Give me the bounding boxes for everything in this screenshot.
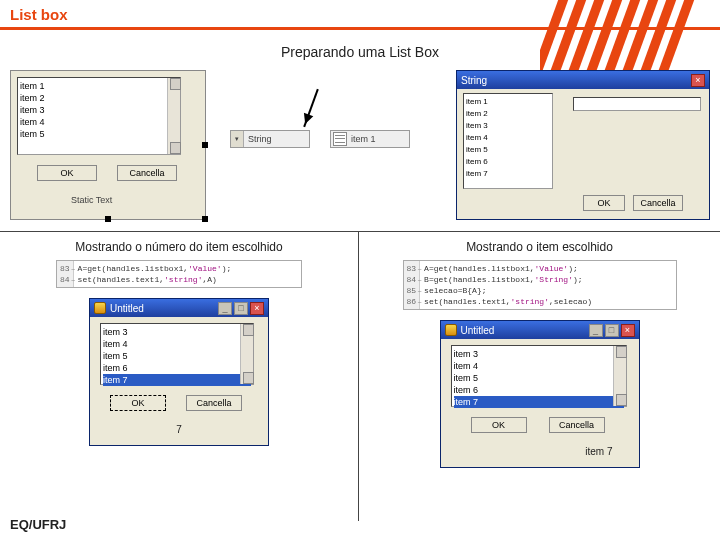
maximize-icon[interactable]: □ bbox=[234, 302, 248, 315]
list-icon[interactable] bbox=[333, 132, 347, 146]
slide-header: List box bbox=[0, 0, 720, 30]
chevron-down-icon[interactable]: ▾ bbox=[231, 131, 244, 147]
list-item[interactable]: item 2 bbox=[466, 108, 550, 120]
app-icon bbox=[445, 324, 457, 336]
close-icon[interactable]: × bbox=[250, 302, 264, 315]
titlebar[interactable]: Untitled _ □ × bbox=[90, 299, 268, 317]
scrollbar[interactable] bbox=[167, 78, 180, 154]
cancel-button[interactable]: Cancella bbox=[117, 165, 177, 181]
arrow-annotation bbox=[303, 89, 319, 127]
resize-handle[interactable] bbox=[202, 216, 208, 222]
row-preparing: item 1 item 2 item 3 item 4 item 5 OK Ca… bbox=[0, 70, 720, 225]
property-value: item 1 bbox=[347, 134, 409, 144]
list-item[interactable]: item 3 bbox=[103, 326, 251, 338]
list-item[interactable]: item 5 bbox=[103, 350, 251, 362]
runtime-window-right: Untitled _ □ × item 3 item 4 item 5 item… bbox=[440, 320, 640, 468]
page-title: List box bbox=[0, 0, 720, 23]
list-item[interactable]: item 3 bbox=[466, 120, 550, 132]
ok-button[interactable]: OK bbox=[110, 395, 166, 411]
cancel-button[interactable]: Cancella bbox=[549, 417, 605, 433]
string-list[interactable]: item 1 item 2 item 3 item 4 item 5 item … bbox=[463, 93, 553, 189]
ok-button[interactable]: OK bbox=[471, 417, 527, 433]
property-label: String bbox=[244, 134, 309, 144]
dialog-editor-preview: item 1 item 2 item 3 item 4 item 5 OK Ca… bbox=[10, 70, 206, 220]
listbox[interactable]: item 3 item 4 item 5 item 6 item 7 bbox=[451, 345, 627, 407]
cancel-button[interactable]: Cancella bbox=[186, 395, 242, 411]
list-item[interactable]: item 6 bbox=[466, 156, 550, 168]
output-text: 7 bbox=[90, 424, 268, 435]
minimize-icon[interactable]: _ bbox=[589, 324, 603, 337]
app-icon bbox=[94, 302, 106, 314]
list-item[interactable]: item 1 bbox=[20, 80, 178, 92]
runtime-window-left: Untitled _ □ × item 3 item 4 item 5 item… bbox=[89, 298, 269, 446]
list-item-selected[interactable]: item 7 bbox=[454, 396, 624, 408]
code-text: A=get(handles.listbox1,'Value'); set(han… bbox=[74, 261, 236, 287]
ok-button[interactable]: OK bbox=[37, 165, 97, 181]
static-text-label: Static Text bbox=[71, 195, 112, 205]
line-numbers: 83– 84– bbox=[57, 261, 74, 287]
list-item[interactable]: item 6 bbox=[103, 362, 251, 374]
code-snippet: 83– 84– A=get(handles.listbox1,'Value');… bbox=[56, 260, 302, 288]
row-callbacks: Mostrando o número do item escolhido 83–… bbox=[0, 231, 720, 521]
window-title: Untitled bbox=[461, 325, 589, 336]
maximize-icon[interactable]: □ bbox=[605, 324, 619, 337]
resize-handle[interactable] bbox=[105, 216, 111, 222]
close-icon[interactable]: × bbox=[691, 74, 705, 87]
cancel-button[interactable]: Cancella bbox=[633, 195, 683, 211]
listbox[interactable]: item 1 item 2 item 3 item 4 item 5 bbox=[17, 77, 181, 155]
string-editor-window: String × item 1 item 2 item 3 item 4 ite… bbox=[456, 70, 710, 220]
line-numbers: 83– 84– 85– 86– bbox=[404, 261, 421, 309]
titlebar[interactable]: String × bbox=[457, 71, 709, 89]
list-item[interactable]: item 6 bbox=[454, 384, 624, 396]
column-heading: Mostrando o item escolhido bbox=[359, 232, 720, 260]
property-string-dropdown[interactable]: ▾ String bbox=[230, 130, 310, 148]
column-heading: Mostrando o número do item escolhido bbox=[0, 232, 358, 260]
list-item[interactable]: item 4 bbox=[20, 116, 178, 128]
list-item[interactable]: item 3 bbox=[454, 348, 624, 360]
subtitle: Preparando uma List Box bbox=[0, 30, 720, 70]
list-item[interactable]: item 2 bbox=[20, 92, 178, 104]
list-item[interactable]: item 5 bbox=[466, 144, 550, 156]
listbox[interactable]: item 3 item 4 item 5 item 6 item 7 bbox=[100, 323, 254, 385]
list-item[interactable]: item 4 bbox=[466, 132, 550, 144]
scrollbar[interactable] bbox=[613, 346, 626, 406]
list-item[interactable]: item 4 bbox=[103, 338, 251, 350]
list-item[interactable]: item 4 bbox=[454, 360, 624, 372]
footer-label: EQ/UFRJ bbox=[10, 517, 66, 532]
titlebar[interactable]: Untitled _ □ × bbox=[441, 321, 639, 339]
list-item[interactable]: item 5 bbox=[454, 372, 624, 384]
close-icon[interactable]: × bbox=[621, 324, 635, 337]
code-snippet: 83– 84– 85– 86– A=get(handles.listbox1,'… bbox=[403, 260, 677, 310]
column-right: Mostrando o item escolhido 83– 84– 85– 8… bbox=[359, 232, 720, 468]
list-item[interactable]: item 3 bbox=[20, 104, 178, 116]
list-item[interactable]: item 7 bbox=[466, 168, 550, 180]
window-title: Untitled bbox=[110, 303, 218, 314]
property-fields: ▾ String item 1 bbox=[230, 130, 420, 160]
window-title: String bbox=[461, 75, 691, 86]
scrollbar[interactable] bbox=[240, 324, 253, 384]
list-item[interactable]: item 1 bbox=[466, 96, 550, 108]
minimize-icon[interactable]: _ bbox=[218, 302, 232, 315]
column-left: Mostrando o número do item escolhido 83–… bbox=[0, 232, 358, 446]
text-input[interactable] bbox=[573, 97, 701, 111]
list-item[interactable]: item 5 bbox=[20, 128, 178, 140]
resize-handle[interactable] bbox=[202, 142, 208, 148]
output-text: item 7 bbox=[441, 446, 639, 457]
property-items-field[interactable]: item 1 bbox=[330, 130, 410, 148]
code-text: A=get(handles.listbox1,'Value'); B=get(h… bbox=[420, 261, 596, 309]
ok-button[interactable]: OK bbox=[583, 195, 625, 211]
list-item-selected[interactable]: item 7 bbox=[103, 374, 251, 386]
